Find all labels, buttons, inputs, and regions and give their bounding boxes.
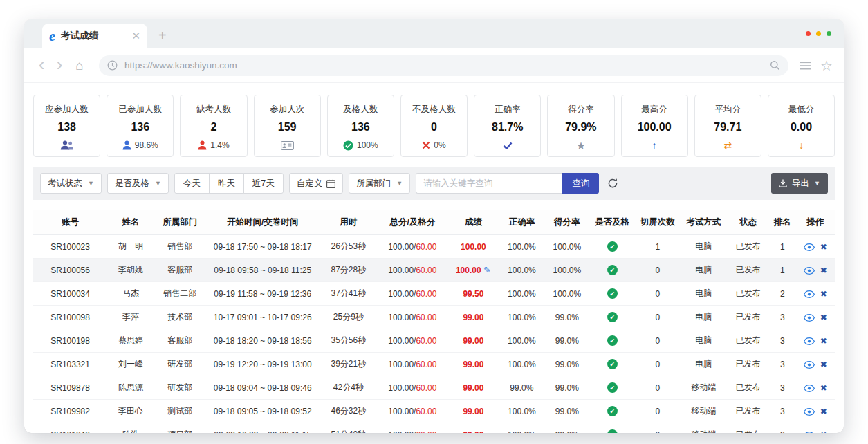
cell-exam-method: 移动端 [680, 376, 727, 400]
cell-score-rate: 100.0% [544, 282, 589, 306]
cell-exam-method: 电脑 [680, 353, 727, 376]
cell-accuracy: 100.0% [499, 400, 544, 423]
invalidate-icon[interactable]: ✖ [820, 407, 827, 416]
cell-rank: 2 [769, 282, 795, 306]
fail-x-icon [422, 141, 430, 149]
cell-name: 马杰 [107, 282, 154, 306]
stat-label: 最高分 [623, 104, 686, 115]
star-icon: ★ [576, 140, 585, 151]
cell-time-range: 09-18 09:05 ~ 09-18 09:52 [205, 400, 320, 423]
stat-label: 已参加人数 [109, 104, 172, 115]
cell-department: 研发部 [154, 376, 205, 400]
invalidate-icon[interactable]: ✖ [820, 266, 827, 275]
cell-screen-switches: 0 [635, 376, 680, 400]
stat-label: 及格人数 [329, 104, 392, 115]
home-icon[interactable]: ⌂ [71, 58, 88, 73]
view-icon[interactable] [804, 408, 815, 416]
cell-score: 99.00 [447, 329, 499, 353]
invalidate-icon[interactable]: ✖ [820, 430, 827, 434]
invalidate-icon[interactable]: ✖ [820, 383, 827, 393]
url-bar[interactable]: https://www.kaoshiyun.com [99, 55, 788, 76]
stat-card-absent: 缺考人数21.4% [180, 95, 247, 157]
cell-duration: 25分9秒 [320, 306, 378, 329]
cell-account: SR100098 [33, 306, 107, 329]
stat-label: 得分率 [549, 104, 612, 115]
cell-department: 技术部 [154, 306, 205, 329]
stat-card-highest: 最高分100.00↑ [621, 95, 688, 157]
invalidate-icon[interactable]: ✖ [820, 336, 827, 346]
forward-button-icon[interactable]: › [53, 55, 66, 73]
cell-score-rate: 99.0% [544, 400, 589, 423]
window-status-dots [806, 31, 831, 36]
stat-label: 平均分 [696, 104, 759, 115]
cell-status: 已发布 [727, 259, 769, 282]
cell-exam-method: 电脑 [680, 235, 727, 259]
back-button-icon[interactable]: ‹ [35, 55, 48, 73]
view-icon[interactable] [804, 290, 815, 298]
column-header: 总分/及格分 [378, 210, 448, 235]
cell-name: 胡一明 [107, 235, 154, 259]
yesterday-button[interactable]: 昨天 [209, 173, 244, 194]
new-tab-button[interactable]: + [158, 28, 167, 42]
cell-time-range: 09-18 18:20 ~ 09-18 18:56 [205, 329, 320, 353]
stat-label: 参加人次 [256, 104, 319, 115]
page-content: 应参加人数138已参加人数13698.6%缺考人数21.4%参加人次159及格人… [24, 83, 844, 433]
edit-score-icon[interactable]: ✎ [483, 265, 491, 275]
search-group: 查询 [416, 173, 599, 194]
department-select[interactable]: 所属部门 ▼ [349, 173, 410, 194]
custom-date-button[interactable]: 自定义 [289, 173, 344, 194]
cell-screen-switches: 1 [635, 235, 680, 259]
view-icon[interactable] [804, 385, 815, 392]
invalidate-icon[interactable]: ✖ [820, 289, 827, 299]
stat-label: 不及格人数 [403, 104, 465, 115]
search-input[interactable] [416, 173, 562, 194]
view-icon[interactable] [804, 337, 815, 345]
cell-total-pass-line: 100.00/60.00 [378, 259, 448, 282]
today-button[interactable]: 今天 [174, 173, 210, 194]
view-icon[interactable] [804, 267, 815, 275]
last-7-days-button[interactable]: 近7天 [243, 173, 284, 194]
refresh-icon[interactable] [607, 178, 618, 189]
invalidate-icon[interactable]: ✖ [820, 313, 827, 322]
cell-accuracy: 100.0% [499, 235, 544, 259]
view-icon[interactable] [804, 361, 815, 369]
pass-filter-label: 是否及格 [115, 178, 149, 189]
query-button[interactable]: 查询 [562, 173, 599, 194]
cell-duration: 35分56秒 [320, 329, 378, 353]
cell-account: SR100023 [33, 235, 107, 259]
cell-duration: 42分4秒 [320, 376, 378, 400]
browser-window: e 考试成绩 ✕ + ‹ › ⌂ https://www.kaoshiyun.c… [24, 19, 844, 433]
passed-check-icon: ✔ [607, 312, 618, 322]
cell-score: 99.00 [447, 423, 499, 434]
export-button[interactable]: 导出 ▼ [771, 173, 828, 194]
view-icon[interactable] [804, 243, 815, 251]
view-icon[interactable] [804, 314, 815, 322]
bookmark-star-icon[interactable]: ☆ [820, 57, 833, 74]
search-icon[interactable] [770, 60, 780, 71]
tab-close-icon[interactable]: ✕ [131, 30, 140, 42]
cell-account: SR103321 [33, 353, 107, 376]
stat-card-average: 平均分79.71⇄ [694, 95, 761, 157]
red-dot-icon [806, 31, 811, 36]
cell-accuracy: 100.0% [499, 329, 544, 353]
pass-filter-select[interactable]: 是否及格 ▼ [107, 173, 169, 194]
column-header: 正确率 [499, 210, 544, 235]
cell-status: 已发布 [727, 235, 769, 259]
stat-label: 缺考人数 [182, 104, 245, 115]
browser-tab[interactable]: e 考试成绩 ✕ [42, 24, 147, 48]
url-text: https://www.kaoshiyun.com [124, 60, 763, 71]
view-icon[interactable] [804, 432, 815, 433]
invalidate-icon[interactable]: ✖ [820, 360, 827, 369]
cell-actions: ✖ [795, 423, 835, 434]
invalidate-icon[interactable]: ✖ [820, 242, 827, 252]
table-row: SR100056李胡姚客服部09-18 09:58 ~ 09-18 11:258… [33, 259, 835, 282]
menu-icon[interactable] [800, 62, 811, 70]
exam-status-select[interactable]: 考试状态 ▼ [40, 173, 102, 194]
cell-name: 李萍 [107, 306, 154, 329]
passed-check-icon: ✔ [607, 406, 618, 416]
cell-score-rate: 99.0% [544, 306, 589, 329]
cell-department: 销售二部 [154, 282, 205, 306]
cell-score-rate: 99.0% [544, 423, 589, 434]
stat-label: 应参加人数 [35, 104, 98, 115]
download-icon [779, 179, 787, 187]
